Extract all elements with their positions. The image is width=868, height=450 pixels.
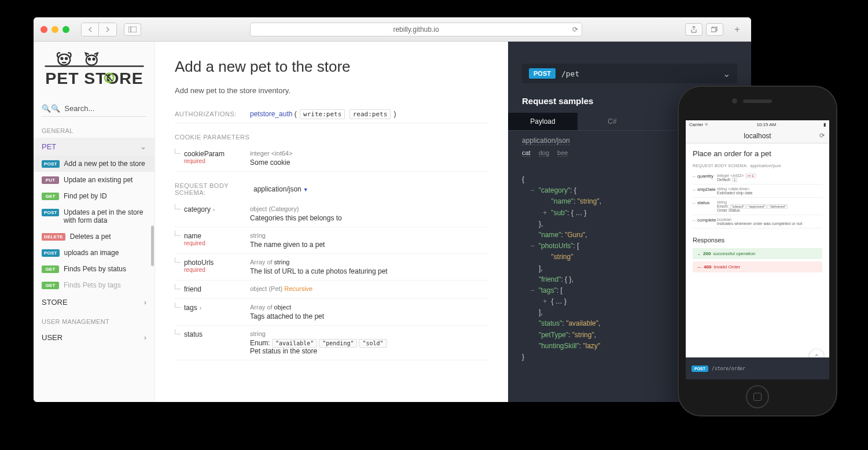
reload-icon[interactable]: ⟳ bbox=[819, 132, 825, 139]
op-find-by-tags[interactable]: GETFinds Pets by tags bbox=[34, 277, 155, 293]
responses-heading: Responses bbox=[693, 237, 822, 244]
phone-schema-label: REQUEST BODY SCHEMA: application/json bbox=[693, 164, 822, 168]
param-type: object (Pet) Recursive bbox=[250, 285, 488, 292]
share-button[interactable] bbox=[685, 23, 703, 36]
traffic-lights bbox=[41, 26, 69, 33]
phone-mockup: Carrier ᯤ 10:15 AM ▮ localhost ⟳ Place a… bbox=[679, 87, 836, 415]
reload-icon[interactable]: ⟳ bbox=[572, 25, 578, 34]
tab-csharp[interactable]: C# bbox=[578, 113, 647, 130]
param-status: status string Enum: "available""pending"… bbox=[175, 326, 488, 360]
back-button[interactable] bbox=[82, 23, 99, 36]
phone-body: Place an order for a pet REQUEST BODY SC… bbox=[686, 143, 829, 281]
svg-rect-0 bbox=[128, 27, 137, 32]
op-label: uploads an image bbox=[64, 249, 119, 257]
param-type: integer <int64> bbox=[250, 150, 488, 157]
svg-rect-3 bbox=[711, 28, 716, 32]
sidebar: PET STORE 🔍 Search... GENERAL PET ⌄ POST… bbox=[34, 42, 155, 402]
param-name: status bbox=[693, 200, 717, 212]
param-cookieparam: cookieParamrequired integer <int64>Some … bbox=[175, 145, 488, 172]
param-desc: Categories this pet belongs to bbox=[250, 214, 488, 222]
dash-icon: — bbox=[697, 265, 701, 269]
op-label: Finds Pets by status bbox=[64, 265, 126, 273]
response-200[interactable]: ⌄200successful operation bbox=[693, 248, 822, 259]
auth-scheme[interactable]: petstore_auth bbox=[250, 110, 292, 118]
toolbar-right bbox=[685, 23, 723, 36]
enum-row: Enum: "available""pending""sold" bbox=[250, 339, 488, 347]
param-desc: The name given to a pet bbox=[250, 241, 488, 249]
op-find-pet[interactable]: GETFind pet by ID bbox=[34, 188, 155, 204]
required-label: required bbox=[184, 240, 250, 246]
method-badge: POST bbox=[692, 366, 708, 372]
maximize-window-icon[interactable] bbox=[62, 26, 69, 33]
browser-body: PET STORE 🔍 Search... GENERAL PET ⌄ POST… bbox=[34, 42, 751, 402]
new-tab-button[interactable]: + bbox=[730, 23, 744, 36]
nav-store-label: STORE bbox=[42, 298, 68, 307]
chevron-right-icon: › bbox=[144, 333, 146, 342]
endpoint-selector[interactable]: POST /pet ⌄ bbox=[522, 64, 737, 83]
scope-write: write:pets bbox=[300, 109, 345, 119]
op-upload-image[interactable]: POSTuploads an image bbox=[34, 245, 155, 261]
phone-address-bar[interactable]: localhost ⟳ bbox=[686, 128, 829, 143]
param-type: string bbox=[250, 330, 488, 337]
disc-cat[interactable]: cat bbox=[522, 149, 531, 157]
battery-icon: ▮ bbox=[823, 122, 826, 127]
svg-point-4 bbox=[61, 58, 63, 60]
petstore-logo-icon: PET STORE bbox=[39, 50, 149, 89]
op-update-pet[interactable]: PUTUpdate an existing pet bbox=[34, 172, 155, 188]
content-type-select[interactable]: application/json▼ bbox=[253, 185, 308, 193]
param-detail: booleanIndicates whenever order was comp… bbox=[717, 217, 822, 226]
param-desc: Tags attached to the pet bbox=[250, 312, 488, 320]
home-button[interactable] bbox=[746, 385, 769, 408]
param-name: quantity bbox=[693, 174, 717, 182]
section-general: GENERAL bbox=[34, 120, 155, 138]
op-label: Updates a pet in the store with form dat… bbox=[64, 208, 146, 224]
sidebar-scrollbar[interactable] bbox=[151, 226, 154, 266]
browser-window: rebilly.github.io ⟳ + bbox=[34, 17, 751, 402]
scopes-paren: ( write:pets read:pets ) bbox=[295, 110, 396, 118]
request-body-row: REQUEST BODY SCHEMA: application/json▼ bbox=[175, 172, 488, 201]
op-label: Update an existing pet bbox=[64, 176, 133, 184]
op-label: Finds Pets by tags bbox=[64, 281, 121, 289]
page-title: Add a new pet to the store bbox=[175, 58, 488, 76]
param-detail: integer <int32> >= 1Default: 1 bbox=[717, 174, 822, 182]
param-name: cookieParam bbox=[184, 150, 225, 158]
search-input[interactable]: 🔍 Search... bbox=[42, 101, 146, 117]
param-tags[interactable]: tags› Array of objectTags attached to th… bbox=[175, 299, 488, 326]
disc-dog[interactable]: dog bbox=[539, 149, 549, 157]
auth-label: AUTHORIZATIONS: bbox=[175, 110, 250, 117]
response-400[interactable]: —400Invalid Order bbox=[693, 261, 822, 272]
param-desc: The list of URL to a cute photos featuri… bbox=[250, 267, 488, 275]
tab-payload[interactable]: Payload bbox=[508, 113, 578, 130]
param-detail: stringEnum: "placed""approved""delivered… bbox=[717, 200, 822, 212]
op-update-form[interactable]: POSTUpdates a pet in the store with form… bbox=[34, 204, 155, 228]
disc-bee[interactable]: bee bbox=[557, 149, 568, 157]
param-name: name bbox=[184, 232, 201, 240]
tabs-button[interactable] bbox=[706, 23, 723, 36]
param-name: category bbox=[184, 205, 211, 213]
search-placeholder: Search... bbox=[64, 104, 94, 113]
authorizations-row: AUTHORIZATIONS: petstore_auth ( write:pe… bbox=[175, 105, 488, 123]
address-bar[interactable]: rebilly.github.io ⟳ bbox=[250, 23, 582, 36]
param-type: object (Category) bbox=[250, 205, 488, 212]
svg-text:PET STORE: PET STORE bbox=[45, 69, 143, 87]
sidebar-toggle-button[interactable] bbox=[124, 23, 141, 36]
search-wrap: 🔍 Search... bbox=[34, 97, 155, 120]
browser-toolbar: rebilly.github.io ⟳ + bbox=[34, 17, 751, 42]
op-add-pet[interactable]: POSTAdd a new pet to the store bbox=[34, 156, 155, 172]
chevron-down-icon: ⌄ bbox=[723, 68, 730, 79]
forward-button[interactable] bbox=[99, 23, 116, 36]
minimize-window-icon[interactable] bbox=[52, 26, 58, 33]
nav-user-label: USER bbox=[42, 333, 62, 342]
close-window-icon[interactable] bbox=[41, 26, 47, 33]
chevron-down-icon: ⌄ bbox=[140, 142, 146, 151]
nav-pet[interactable]: PET ⌄ bbox=[34, 138, 155, 156]
param-friend: friend object (Pet) Recursive bbox=[175, 281, 488, 299]
phone-endpoint-bar[interactable]: POST /store/order bbox=[686, 357, 829, 379]
nav-store[interactable]: STORE › bbox=[34, 293, 155, 311]
param-desc: Some cookie bbox=[250, 158, 488, 167]
op-delete-pet[interactable]: DELETEDeletes a pet bbox=[34, 228, 155, 245]
op-find-by-status[interactable]: GETFinds Pets by status bbox=[34, 261, 155, 277]
param-category[interactable]: category› object (Category)Categories th… bbox=[175, 201, 488, 227]
param-name: tags bbox=[184, 304, 197, 312]
nav-user[interactable]: USER › bbox=[34, 329, 155, 346]
